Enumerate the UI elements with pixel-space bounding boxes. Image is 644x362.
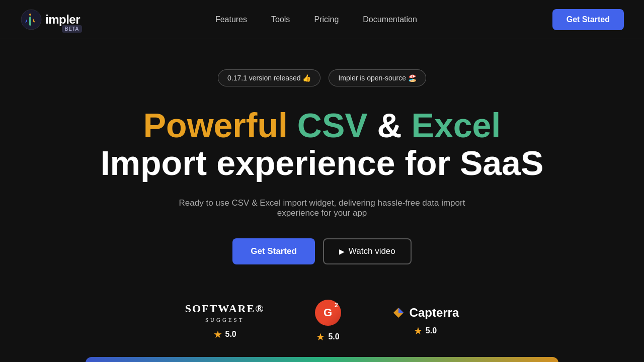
nav-documentation[interactable]: Documentation [363,15,417,24]
software-suggest-review: Software® SUGGEST ★ 5.0 [185,302,265,340]
navbar: impler BETA Features Tools Pricing Docum… [0,0,644,39]
svg-rect-2 [29,17,31,26]
beta-badge: BETA [62,25,82,33]
star-icon: ★ [213,328,222,340]
capterra-text: Capterra [410,306,459,320]
star-icon: ★ [414,325,423,337]
page-wrapper: impler BETA Features Tools Pricing Docum… [0,0,644,362]
ss-logo-bottom: SUGGEST [185,316,265,323]
review-section: Software® SUGGEST ★ 5.0 G2 ★ 5.0 [185,300,459,343]
nav-features[interactable]: Features [215,15,247,24]
g2-circle: G2 [315,300,341,326]
logo-icon [20,9,42,31]
bottom-gradient-bar [86,357,558,362]
headline-line2: Import experience for SaaS [101,144,544,182]
watch-video-label: Watch video [349,246,395,256]
hero-subtitle: Ready to use CSV & Excel import widget, … [171,198,473,218]
star-icon: ★ [316,331,325,343]
nav-links: Features Tools Pricing Documentation [215,15,417,24]
opensource-badge[interactable]: Impler is open-source 🏖️ [329,69,426,86]
g2-review: G2 ★ 5.0 [315,300,341,343]
svg-rect-1 [29,14,31,16]
capterra-stars: ★ 5.0 [414,325,437,337]
software-suggest-rating: 5.0 [225,330,236,339]
g2-rating: 5.0 [328,332,339,341]
hero-buttons: Get Started ▶ Watch video [232,238,412,264]
g2-logo: G2 [315,300,341,326]
software-suggest-logo: Software® SUGGEST [185,302,265,323]
hero-headline: Powerful CSV & Excel Import experience f… [101,107,544,182]
hero-section: 0.17.1 version released 👍 Impler is open… [0,39,644,362]
version-badge[interactable]: 0.17.1 version released 👍 [218,69,320,86]
get-started-button[interactable]: Get Started [232,238,315,264]
headline-line1: Powerful CSV & Excel [101,107,544,144]
announcement-badges: 0.17.1 version released 👍 Impler is open… [218,69,426,86]
ss-logo-top: Software® [185,302,265,316]
watch-video-button[interactable]: ▶ Watch video [323,238,412,264]
logo-text: impler [45,13,80,27]
capterra-logo: Capterra [391,306,459,320]
logo-area: impler BETA [20,9,80,31]
nav-tools[interactable]: Tools [271,15,290,24]
capterra-icon [391,306,406,320]
word-powerful: Powerful [143,106,288,144]
software-suggest-stars: ★ 5.0 [213,328,236,340]
nav-pricing[interactable]: Pricing [314,15,339,24]
nav-get-started-button[interactable]: Get Started [552,9,624,30]
capterra-review: Capterra ★ 5.0 [391,306,459,337]
capterra-rating: 5.0 [426,326,437,335]
g2-stars: ★ 5.0 [316,331,339,343]
play-icon: ▶ [339,247,345,255]
word-ampersand: & [377,106,402,144]
g2-superscript: 2 [335,302,338,309]
word-csv: CSV [297,106,368,144]
word-excel: Excel [412,106,501,144]
